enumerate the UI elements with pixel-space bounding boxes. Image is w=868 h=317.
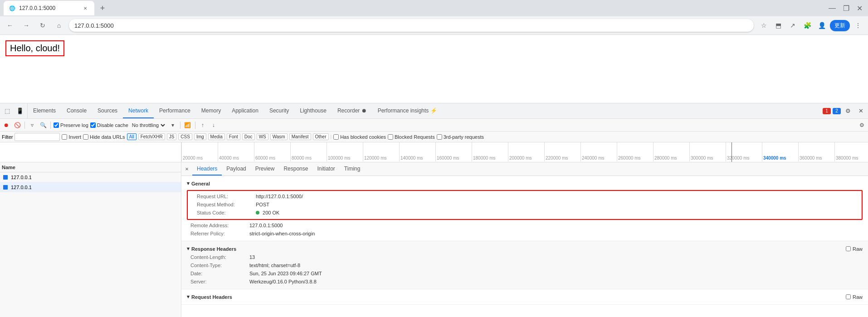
filter-js-button[interactable]: JS xyxy=(167,133,177,140)
import-icon[interactable]: ↑ xyxy=(198,121,207,130)
invert-checkbox[interactable] xyxy=(62,134,67,140)
export-icon[interactable]: ↓ xyxy=(209,121,218,130)
list-item[interactable]: 127.0.0.1 xyxy=(0,172,181,182)
remote-address-value: 127.0.0.1:5000 xyxy=(249,223,283,228)
filter-img-button[interactable]: Img xyxy=(194,133,206,140)
update-button[interactable]: 更新 xyxy=(830,20,850,31)
active-tab[interactable]: 🌐 127.0.0.1:5000 ✕ xyxy=(4,1,94,15)
throttle-dropdown-icon[interactable]: ▾ xyxy=(168,121,177,130)
tab-application[interactable]: Application xyxy=(226,103,264,118)
close-devtools-icon[interactable]: ✕ xyxy=(855,106,866,117)
general-title: General xyxy=(191,181,210,186)
disable-cache-label[interactable]: Disable cache xyxy=(90,122,128,128)
blocked-cookies-checkbox[interactable] xyxy=(333,134,339,140)
tab-console[interactable]: Console xyxy=(61,103,92,118)
inspect-element-icon[interactable]: ⬚ xyxy=(2,106,13,117)
raw-checkbox-label[interactable]: Raw xyxy=(846,246,863,252)
blocked-cookies-label[interactable]: Has blocked cookies xyxy=(333,134,386,140)
tab-performance-insights[interactable]: Performance insights ⚡ xyxy=(372,103,443,118)
more-button[interactable]: ⋮ xyxy=(852,19,864,32)
hide-data-checkbox[interactable] xyxy=(83,134,88,140)
filter-input[interactable] xyxy=(15,133,60,141)
tab-sources[interactable]: Sources xyxy=(92,103,123,118)
tab-elements[interactable]: Elements xyxy=(28,103,61,118)
devtools-left-icons: ⬚ 📱 xyxy=(0,103,28,118)
hide-data-label[interactable]: Hide data URLs xyxy=(83,134,125,140)
window-controls: — ❐ ✕ xyxy=(827,2,864,15)
filter-other-button[interactable]: Other xyxy=(313,133,329,140)
status-code-text: 200 OK xyxy=(263,210,279,215)
bookmark-icon[interactable]: ☆ xyxy=(757,19,770,32)
list-item[interactable]: 127.0.0.1 xyxy=(0,182,181,192)
url-input[interactable] xyxy=(69,19,754,32)
timeline-marker xyxy=(731,142,732,162)
invert-label[interactable]: Invert xyxy=(62,134,81,140)
blocked-cookies-text: Has blocked cookies xyxy=(340,134,386,140)
more-settings-icon[interactable]: ⚙ xyxy=(857,121,866,130)
filter-ws-button[interactable]: WS xyxy=(257,133,268,140)
preserve-log-checkbox[interactable] xyxy=(54,122,59,128)
profile-icon[interactable]: 👤 xyxy=(815,19,828,32)
media-router-icon[interactable]: ⬒ xyxy=(772,19,785,32)
clear-button[interactable]: 🚫 xyxy=(13,121,22,130)
extensions-icon[interactable]: 🧩 xyxy=(801,19,814,32)
blocked-requests-checkbox[interactable] xyxy=(388,134,393,140)
third-party-checkbox[interactable] xyxy=(437,134,442,140)
tab-performance[interactable]: Performance xyxy=(154,103,196,118)
tick-20000: 20000 ms xyxy=(181,142,218,161)
reload-button[interactable]: ↻ xyxy=(36,19,49,32)
raw-checkbox[interactable] xyxy=(846,246,851,251)
preserve-log-label[interactable]: Preserve log xyxy=(54,122,88,128)
detail-close-button[interactable]: × xyxy=(181,164,192,175)
request-raw-checkbox[interactable] xyxy=(846,294,851,299)
search-icon[interactable]: 🔍 xyxy=(39,121,48,130)
filter-css-button[interactable]: CSS xyxy=(178,133,192,140)
new-tab-button[interactable]: + xyxy=(96,2,109,15)
back-button[interactable]: ← xyxy=(4,19,16,32)
detail-tab-payload[interactable]: Payload xyxy=(222,162,250,176)
filter-font-button[interactable]: Font xyxy=(227,133,240,140)
filter-icon[interactable]: ▿ xyxy=(28,121,37,130)
detail-tab-preview[interactable]: Preview xyxy=(251,162,279,176)
filter-all-button[interactable]: All xyxy=(127,133,137,140)
tab-recorder[interactable]: Recorder ⏺ xyxy=(332,103,372,118)
favicon-icon: 🌐 xyxy=(9,5,15,11)
wifi-icon[interactable]: 📶 xyxy=(183,121,192,130)
error-badge: 1 xyxy=(823,108,831,114)
stop-recording-button[interactable]: ⏺ xyxy=(2,121,11,130)
restore-button[interactable]: ❐ xyxy=(841,2,851,15)
request-raw-label[interactable]: Raw xyxy=(846,294,863,300)
filter-doc-button[interactable]: Doc xyxy=(242,133,255,140)
tab-security[interactable]: Security xyxy=(264,103,294,118)
disable-cache-checkbox[interactable] xyxy=(90,122,96,128)
tab-memory[interactable]: Memory xyxy=(196,103,226,118)
detail-tab-headers[interactable]: Headers xyxy=(192,162,222,176)
request-url-value: http://127.0.0.1:5000/ xyxy=(256,194,303,199)
devtools-tabs: Elements Console Sources Network Perform… xyxy=(28,103,443,118)
settings-icon[interactable]: ⚙ xyxy=(843,106,853,117)
response-headers-section-header[interactable]: ▾ Response Headers Raw xyxy=(181,244,868,254)
detail-tab-initiator[interactable]: Initiator xyxy=(312,162,339,176)
tab-lighthouse[interactable]: Lighthouse xyxy=(294,103,332,118)
tab-network[interactable]: Network xyxy=(123,103,154,118)
filter-manifest-button[interactable]: Manifest xyxy=(289,133,311,140)
forward-button[interactable]: → xyxy=(20,19,33,32)
hello-text: Hello, cloud! xyxy=(5,40,64,56)
detail-tab-response[interactable]: Response xyxy=(279,162,312,176)
third-party-label[interactable]: 3rd-party requests xyxy=(437,134,484,140)
tab-close-button[interactable]: ✕ xyxy=(82,5,89,12)
filter-fetch-button[interactable]: Fetch/XHR xyxy=(138,133,165,140)
home-button[interactable]: ⌂ xyxy=(53,19,65,32)
close-window-button[interactable]: ✕ xyxy=(855,2,864,15)
filter-wasm-button[interactable]: Wasm xyxy=(270,133,288,140)
device-toggle-icon[interactable]: 📱 xyxy=(15,106,25,117)
share-icon[interactable]: ↗ xyxy=(786,19,799,32)
minimize-button[interactable]: — xyxy=(827,2,838,14)
detail-tab-timing[interactable]: Timing xyxy=(340,162,365,176)
request-headers-section-header[interactable]: ▾ Request Headers Raw xyxy=(181,292,868,302)
filter-media-button[interactable]: Media xyxy=(208,133,225,140)
general-section-header[interactable]: ▾ General xyxy=(181,179,868,188)
blocked-requests-label[interactable]: Blocked Requests xyxy=(388,134,435,140)
throttle-select[interactable]: No throttling xyxy=(130,122,166,128)
main-area: Name 127.0.0.1 127.0.0.1 × Headers Paylo… xyxy=(0,162,868,317)
